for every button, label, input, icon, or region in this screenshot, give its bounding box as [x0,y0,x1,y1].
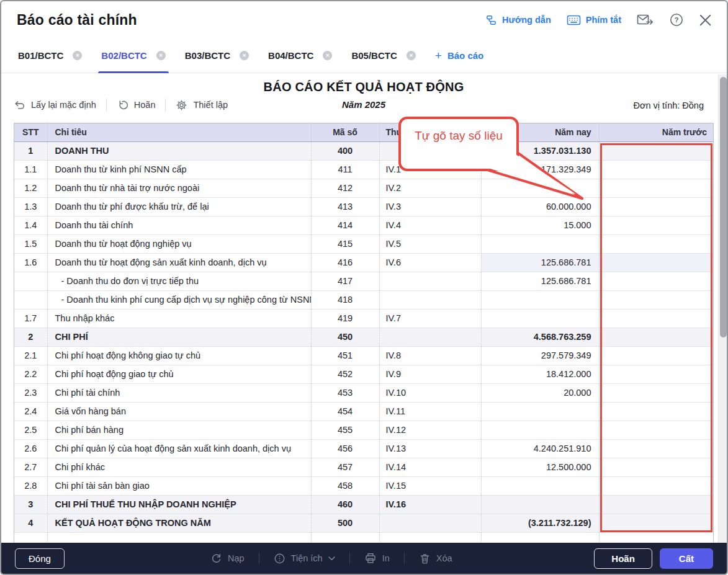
cell-stt[interactable]: 2.8 [14,476,47,495]
cell-nam-nay[interactable]: 60.000.000 [481,197,599,216]
cell-stt[interactable]: 2.7 [14,458,47,476]
guide-link[interactable]: Hướng dẫn [485,14,551,26]
cell-chi-tieu[interactable]: Chi phí bán hàng [47,421,311,439]
cell-stt[interactable]: 1.1 [14,160,47,179]
cell-ma-so[interactable]: 415 [311,234,379,253]
cell-nam-nay[interactable] [481,290,599,309]
cell-nam-nay[interactable]: 18.412.000 [481,365,599,383]
cell-nam-truoc[interactable] [599,272,714,290]
utilities-button[interactable]: Tiện ích [274,553,335,564]
delete-button[interactable]: Xóa [419,553,452,564]
cell-nam-nay[interactable]: 12.500.000 [481,458,599,476]
cell-nam-truoc[interactable] [599,346,714,365]
cell-stt[interactable]: 1.4 [14,216,47,234]
cell-chi-tieu[interactable]: CHI PHÍ THUẾ THU NHẬP DOANH NGHIỆP [47,495,311,514]
cell-chi-tieu[interactable]: Doanh thu tài chính [47,216,311,234]
cell-stt[interactable]: 3 [14,495,47,514]
cell-nam-truoc[interactable] [599,514,714,532]
cell-stt[interactable]: 2.1 [14,346,47,365]
cell-ma-so[interactable]: 414 [311,216,379,234]
cell-nam-nay[interactable]: 1.357.031.130 [481,141,599,160]
cell-ma-so[interactable]: 460 [311,495,379,514]
cell-nam-truoc[interactable] [599,383,714,402]
cell-chi-tieu[interactable]: Chi phí tài sản bàn giao [47,476,311,495]
cancel-button[interactable]: Hoãn [594,548,652,569]
help-icon[interactable]: ? [669,12,684,27]
cell-chi-tieu[interactable]: Doanh thu từ phí được khấu trừ, để lại [47,197,311,216]
cell-thuyet-minh[interactable]: IV.6 [379,253,481,272]
cell-stt[interactable]: 2.4 [14,402,47,421]
cell-chi-tieu[interactable]: DOANH THU [47,141,311,160]
cell-nam-nay[interactable]: 297.579.349 [481,346,599,365]
cell-ma-so[interactable]: 455 [311,421,379,439]
tab-B04/BCTC[interactable]: B04/BCTC✕ [268,38,332,73]
cell-chi-tieu[interactable]: Thu nhập khác [47,309,311,328]
cell-nam-nay[interactable]: 1.171.329.349 [481,160,599,179]
cell-ma-so[interactable]: 451 [311,346,379,365]
cell-nam-nay[interactable] [481,309,599,328]
cell-stt[interactable]: 1.5 [14,234,47,253]
cell-chi-tieu[interactable]: Doanh thu từ nhà tài trợ nước ngoài [47,179,311,197]
feedback-mail-icon[interactable] [637,14,654,27]
cell-nam-truoc[interactable] [599,234,714,253]
cell-thuyet-minh[interactable]: IV.16 [379,495,481,514]
cell-ma-so[interactable]: 458 [311,476,379,495]
cell-chi-tieu[interactable]: Doanh thu từ hoạt động nghiệp vụ [47,234,311,253]
cell-nam-truoc[interactable] [599,160,714,179]
cell-nam-nay[interactable]: (3.211.732.129) [481,514,599,532]
cell-nam-truoc[interactable] [599,365,714,383]
cell-stt[interactable]: 1.3 [14,197,47,216]
cell-stt[interactable]: 2.5 [14,421,47,439]
print-button[interactable]: In [364,552,390,564]
cell-thuyet-minh[interactable]: IV.11 [379,402,481,421]
cell-nam-truoc[interactable] [599,402,714,421]
cell-stt[interactable]: 2.6 [14,439,47,458]
cell-thuyet-minh[interactable] [379,141,481,160]
cell-chi-tieu[interactable]: Giá vốn hàng bán [47,402,311,421]
tab-B01/BCTC[interactable]: B01/BCTC✕ [18,38,82,73]
cell-thuyet-minh[interactable] [379,272,481,290]
cell-nam-truoc[interactable] [599,309,714,328]
cell-thuyet-minh[interactable]: IV.10 [379,383,481,402]
cell-nam-nay[interactable] [481,476,599,495]
reload-button[interactable]: Nạp [210,553,245,564]
cell-ma-so[interactable]: 457 [311,458,379,476]
close-button[interactable]: Đóng [15,548,65,569]
cell-thuyet-minh[interactable]: IV.3 [379,197,481,216]
cell-thuyet-minh[interactable]: IV.9 [379,365,481,383]
cell-thuyet-minh[interactable]: IV.2 [379,179,481,197]
cell-chi-tieu[interactable]: Chi phí hoạt động giao tự chủ [47,365,311,383]
cell-nam-truoc[interactable] [599,179,714,197]
cell-stt[interactable]: 2.2 [14,365,47,383]
cell-chi-tieu[interactable]: - Doanh thu kinh phí cung cấp dịch vụ sự… [47,290,311,309]
cell-ma-so[interactable]: 400 [311,141,379,160]
cell-thuyet-minh[interactable] [379,290,481,309]
cell-stt[interactable]: 1.7 [14,309,47,328]
cell-ma-so[interactable]: 417 [311,272,379,290]
cell-thuyet-minh[interactable] [379,514,481,532]
close-icon[interactable] [699,14,711,26]
tab-close-icon[interactable]: ✕ [407,51,416,60]
cell-thuyet-minh[interactable]: IV.13 [379,439,481,458]
cell-nam-truoc[interactable] [599,197,714,216]
cell-stt[interactable]: 2.3 [14,383,47,402]
cell-nam-nay[interactable] [481,402,599,421]
cell-chi-tieu[interactable]: KẾT QUẢ HOẠT ĐỘNG TRONG NĂM [47,514,311,532]
tab-close-icon[interactable]: ✕ [240,51,249,60]
cell-thuyet-minh[interactable]: IV.15 [379,476,481,495]
cell-thuyet-minh[interactable]: IV.8 [379,346,481,365]
cell-chi-tieu[interactable]: Chi phí tài chính [47,383,311,402]
cell-ma-so[interactable]: 456 [311,439,379,458]
cell-ma-so[interactable]: 450 [311,328,379,346]
shortcuts-link[interactable]: Phím tắt [567,15,621,25]
cell-chi-tieu[interactable]: CHI PHÍ [47,328,311,346]
cell-ma-so[interactable]: 454 [311,402,379,421]
cell-nam-nay[interactable] [481,495,599,514]
cell-chi-tieu[interactable]: Doanh thu từ kinh phí NSNN cấp [47,160,311,179]
cell-nam-truoc[interactable] [599,458,714,476]
tab-B03/BCTC[interactable]: B03/BCTC✕ [185,38,249,73]
cell-stt[interactable]: 1 [14,141,47,160]
cell-ma-so[interactable]: 453 [311,383,379,402]
cell-nam-truoc[interactable] [599,495,714,514]
cell-nam-nay[interactable]: 125.686.781 [481,253,599,272]
